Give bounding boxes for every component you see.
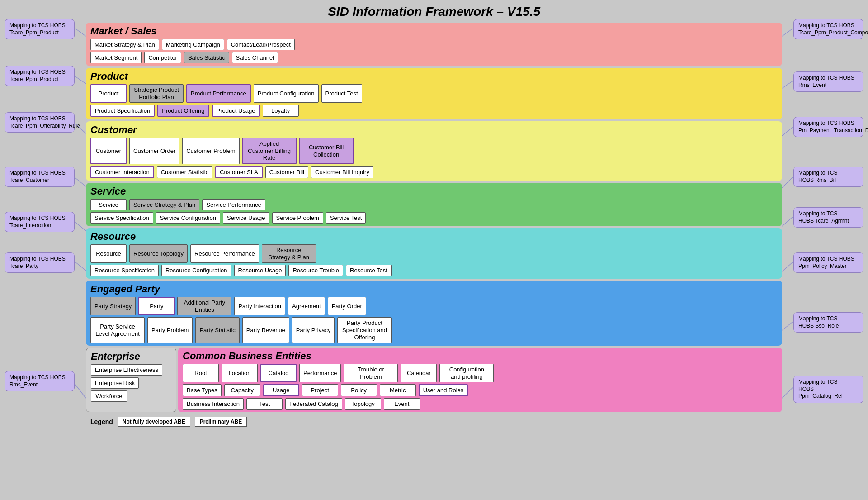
abe-marketing-campaign[interactable]: Marketing Campaign <box>162 39 224 50</box>
abe-party[interactable]: Party <box>138 297 175 315</box>
abe-usage[interactable]: Usage <box>263 384 299 396</box>
abe-location[interactable]: Location <box>222 364 258 382</box>
right-note-4: Mapping to TCSHOBS Rms_Bill <box>793 167 863 187</box>
abe-agreement[interactable]: Agreement <box>288 297 325 315</box>
abe-workforce[interactable]: Workforce <box>91 390 127 402</box>
abe-party-revenue[interactable]: Party Revenue <box>242 317 289 343</box>
section-enterprise: Enterprise Enterprise Effectiveness Ente… <box>86 348 176 412</box>
abe-party-statistic[interactable]: Party Statistic <box>195 317 239 343</box>
product-title: Product <box>90 71 778 82</box>
abe-market-segment[interactable]: Market Segment <box>90 52 142 63</box>
abe-customer-bill-collection[interactable]: Customer Bill Collection <box>299 138 354 164</box>
party-title: Engaged Party <box>90 283 778 295</box>
abe-service-performance[interactable]: Service Performance <box>202 199 265 210</box>
abe-federated-catalog[interactable]: Federated Catalog <box>285 398 342 410</box>
abe-service-problem[interactable]: Service Problem <box>272 212 323 224</box>
abe-applied-customer-billing[interactable]: Applied Customer Billing Rate <box>242 138 297 164</box>
abe-resource-test[interactable]: Resource Test <box>346 265 392 276</box>
abe-product-offering[interactable]: Product Offering <box>157 105 209 117</box>
abe-product-test[interactable]: Product Test <box>321 84 362 103</box>
abe-contact-lead[interactable]: Contact/Lead/Prospect <box>227 39 295 50</box>
abe-trouble-problem[interactable]: Trouble or Problem <box>344 364 398 382</box>
abe-policy[interactable]: Policy <box>341 384 377 396</box>
abe-customer-statistic[interactable]: Customer Statistic <box>157 166 212 178</box>
abe-customer-bill-inquiry[interactable]: Customer Bill Inquiry <box>311 166 373 178</box>
left-note-2: Mapping to TCS HOBSTcare_Ppm_Product <box>5 66 75 86</box>
abe-product[interactable]: Product <box>90 84 127 103</box>
abe-loyalty[interactable]: Loyalty <box>263 105 299 117</box>
abe-customer-problem[interactable]: Customer Problem <box>182 138 239 164</box>
abe-event[interactable]: Event <box>384 398 420 410</box>
abe-resource-strategy[interactable]: Resource Strategy & Plan <box>262 244 316 263</box>
abe-sales-channel[interactable]: Sales Channel <box>232 52 278 63</box>
abe-strategic-product[interactable]: Strategic Product Portfolio Plan <box>129 84 184 103</box>
abe-test[interactable]: Test <box>246 398 283 410</box>
abe-customer-sla[interactable]: Customer SLA <box>215 166 263 178</box>
abe-service-test[interactable]: Service Test <box>326 212 366 224</box>
abe-service-strategy[interactable]: Service Strategy & Plan <box>129 199 199 210</box>
svg-line-13 <box>782 321 793 330</box>
svg-line-8 <box>782 81 793 88</box>
abe-root[interactable]: Root <box>183 364 219 382</box>
abe-product-configuration[interactable]: Product Configuration <box>254 84 319 103</box>
svg-line-1 <box>75 76 86 84</box>
svg-line-9 <box>782 127 793 136</box>
abe-base-types[interactable]: Base Types <box>183 384 222 396</box>
abe-topology[interactable]: Topology <box>345 398 381 410</box>
abe-performance[interactable]: Performance <box>299 364 341 382</box>
section-party: Engaged Party Party Strategy Party Addit… <box>86 281 782 346</box>
enterprise-row-3: Workforce <box>91 390 171 402</box>
abe-resource-specification[interactable]: Resource Specification <box>90 265 159 276</box>
svg-line-0 <box>75 28 86 36</box>
abe-party-sla[interactable]: Party Service Level Agreement <box>90 317 145 343</box>
abe-additional-party[interactable]: Additional Party Entities <box>177 297 231 315</box>
abe-user-roles[interactable]: User and Roles <box>419 384 468 396</box>
left-note-3: Mapping to TCS HOBSTcare_Ppm_Offerabilit… <box>5 112 75 133</box>
abe-party-interaction[interactable]: Party Interaction <box>234 297 285 315</box>
abe-product-usage[interactable]: Product Usage <box>212 105 260 117</box>
enterprise-row-2: Enterprise Risk <box>91 377 171 389</box>
abe-service[interactable]: Service <box>90 199 127 210</box>
abe-market-strategy[interactable]: Market Strategy & Plan <box>90 39 159 50</box>
abe-enterprise-risk[interactable]: Enterprise Risk <box>91 377 139 389</box>
abe-customer[interactable]: Customer <box>90 138 127 164</box>
abe-customer-interaction[interactable]: Customer Interaction <box>90 166 154 178</box>
abe-service-configuration[interactable]: Service Configuration <box>156 212 220 224</box>
abe-catalog[interactable]: Catalog <box>260 364 297 382</box>
abe-business-interaction[interactable]: Business Interaction <box>183 398 244 410</box>
bottom-row: Enterprise Enterprise Effectiveness Ente… <box>86 348 782 412</box>
abe-service-usage[interactable]: Service Usage <box>223 212 269 224</box>
abe-project[interactable]: Project <box>302 384 338 396</box>
abe-customer-bill[interactable]: Customer Bill <box>265 166 308 178</box>
abe-resource-performance[interactable]: Resource Performance <box>190 244 259 263</box>
abe-service-specification[interactable]: Service Specification <box>90 212 153 224</box>
abe-metric[interactable]: Metric <box>380 384 416 396</box>
section-market: Market / Sales Market Strategy & Plan Ma… <box>86 23 782 66</box>
abe-resource-trouble[interactable]: Resource Trouble <box>288 265 343 276</box>
abe-resource-configuration[interactable]: Resource Configuration <box>161 265 231 276</box>
abe-calendar[interactable]: Calendar <box>401 364 437 382</box>
abe-enterprise-effectiveness[interactable]: Enterprise Effectiveness <box>91 364 162 376</box>
abe-resource-usage[interactable]: Resource Usage <box>234 265 286 276</box>
abe-party-problem[interactable]: Party Problem <box>147 317 193 343</box>
abe-party-strategy[interactable]: Party Strategy <box>90 297 136 315</box>
abe-competitor[interactable]: Competitor <box>144 52 181 63</box>
abe-party-order[interactable]: Party Order <box>328 297 366 315</box>
abe-sales-statistic[interactable]: Sales Statistic <box>184 52 229 63</box>
legend-preliminary: Preliminary ABE <box>195 417 247 427</box>
abe-product-specification[interactable]: Product Specification <box>90 105 155 117</box>
abe-customer-order[interactable]: Customer Order <box>129 138 179 164</box>
svg-line-12 <box>782 262 793 271</box>
abe-resource-topology[interactable]: Resource Topology <box>129 244 188 263</box>
product-row-2: Product Specification Product Offering P… <box>90 105 778 117</box>
resource-row-1: Resource Resource Topology Resource Perf… <box>90 244 778 263</box>
abe-party-product-spec[interactable]: Party Product Specification and Offering <box>337 317 392 343</box>
section-resource: Resource Resource Resource Topology Reso… <box>86 228 782 279</box>
common-row-3: Business Interaction Test Federated Cata… <box>183 398 778 410</box>
abe-resource[interactable]: Resource <box>90 244 127 263</box>
abe-capacity[interactable]: Capacity <box>224 384 260 396</box>
abe-product-performance[interactable]: Product Performance <box>186 84 251 103</box>
abe-party-privacy[interactable]: Party Privacy <box>292 317 335 343</box>
svg-line-5 <box>75 262 86 271</box>
abe-configuration-profiling[interactable]: Configuration and profiling <box>439 364 494 382</box>
